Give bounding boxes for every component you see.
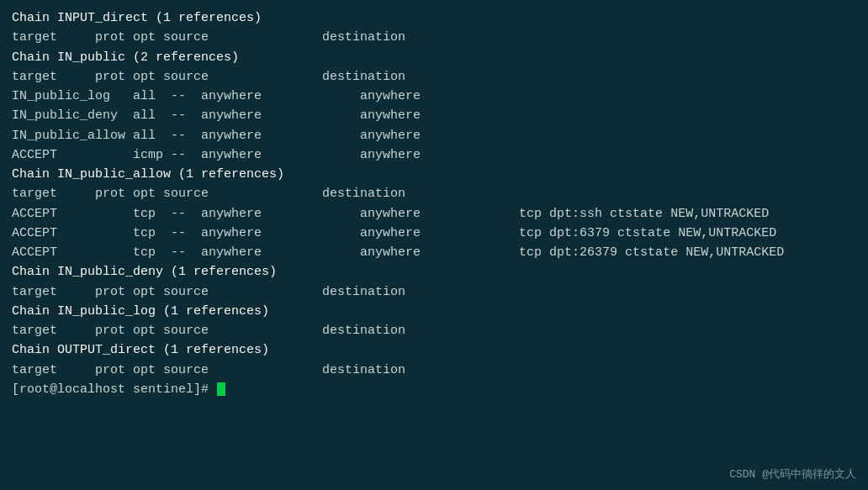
terminal-line: target prot opt source destination: [12, 28, 856, 47]
terminal-line: Chain INPUT_direct (1 references): [12, 8, 856, 28]
terminal-line: ACCEPT icmp -- anywhere anywhere: [12, 145, 856, 165]
terminal-line: Chain IN_public_allow (1 references): [12, 165, 856, 184]
cursor: [217, 382, 225, 396]
watermark: CSDN @代码中徜徉的文人: [729, 466, 856, 482]
terminal-line: Chain IN_public_log (1 references): [12, 302, 856, 321]
terminal-line: target prot opt source destination: [12, 321, 856, 340]
terminal-line: IN_public_allow all -- anywhere anywhere: [12, 126, 856, 145]
terminal-line: [root@localhost sentinel]#: [12, 380, 856, 399]
terminal-line: target prot opt source destination: [12, 282, 856, 302]
terminal-line: Chain IN_public_deny (1 references): [12, 262, 856, 282]
terminal-line: target prot opt source destination: [12, 67, 856, 87]
terminal-line: IN_public_deny all -- anywhere anywhere: [12, 106, 856, 125]
terminal-output: Chain INPUT_direct (1 references)target …: [12, 8, 856, 399]
terminal-line: target prot opt source destination: [12, 184, 856, 203]
terminal-line: Chain IN_public (2 references): [12, 48, 856, 67]
terminal-line: ACCEPT tcp -- anywhere anywhere tcp dpt:…: [12, 224, 856, 243]
terminal-line: Chain OUTPUT_direct (1 references): [12, 340, 856, 360]
terminal: Chain INPUT_direct (1 references)target …: [0, 0, 868, 490]
prompt-text: [root@localhost sentinel]#: [12, 382, 216, 397]
terminal-line: IN_public_log all -- anywhere anywhere: [12, 87, 856, 106]
terminal-line: ACCEPT tcp -- anywhere anywhere tcp dpt:…: [12, 243, 856, 262]
terminal-line: ACCEPT tcp -- anywhere anywhere tcp dpt:…: [12, 204, 856, 224]
terminal-line: target prot opt source destination: [12, 361, 856, 380]
